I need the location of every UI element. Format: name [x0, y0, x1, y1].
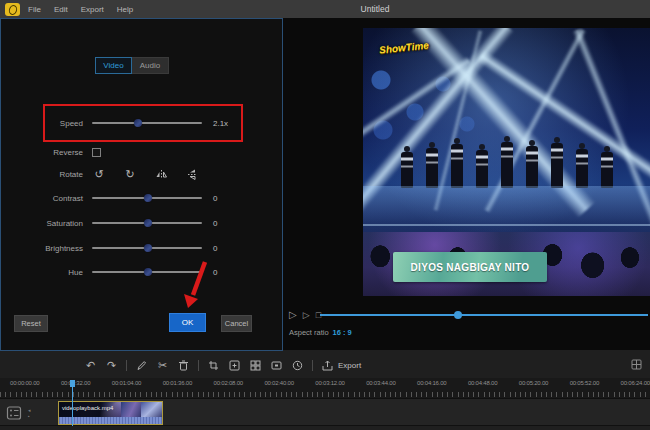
track-visibility-toggle[interactable]: ◂ [28, 408, 31, 413]
ruler-ticks [0, 392, 650, 397]
zoom-in-icon[interactable] [228, 359, 241, 372]
aspect-ratio: Aspect ratio16 : 9 [289, 328, 352, 337]
flip-horizontal-icon[interactable] [154, 167, 168, 181]
ruler-label: 00:02:08.00 [214, 380, 244, 386]
edit-icon[interactable] [135, 359, 148, 372]
ruler-label: 00:06:24.00 [621, 380, 650, 386]
track-lock-toggle[interactable]: ▪ [28, 414, 31, 419]
clip-audio-strip [59, 417, 162, 424]
app-logo-icon[interactable] [5, 3, 20, 16]
menu-bar: File Edit Export Help Untitled [0, 0, 650, 18]
ruler-label: 00:03:12.00 [315, 380, 345, 386]
export-icon[interactable] [321, 359, 334, 372]
track-header: ◂ ▪ [0, 399, 56, 427]
seek-handle[interactable] [454, 311, 462, 319]
aspect-ratio-label: Aspect ratio [289, 328, 329, 337]
seek-bar[interactable] [320, 314, 648, 316]
ruler-label: 00:00:00.00 [10, 380, 40, 386]
ruler-label: 00:04:16.00 [417, 380, 447, 386]
timeline-ruler[interactable]: 00:00:00.00 00:00:32.00 00:01:04.00 00:0… [0, 378, 650, 398]
timeline-section: ↶ ↷ ✂ [0, 350, 650, 430]
ruler-label: 00:04:48.00 [468, 380, 498, 386]
speed-value: 2.1x [213, 119, 228, 128]
properties-panel: Video Audio Speed 2.1x Reverse Rotate ↺ … [0, 18, 283, 351]
tab-audio[interactable]: Audio [132, 57, 169, 74]
speed-label: Speed [1, 119, 83, 128]
delete-trash-icon[interactable] [177, 359, 190, 372]
tab-video[interactable]: Video [95, 57, 132, 74]
next-frame-icon[interactable]: ▷ [303, 311, 310, 320]
menu-edit[interactable]: Edit [54, 5, 68, 14]
saturation-row: Saturation 0 [1, 216, 284, 230]
duration-clock-icon[interactable] [291, 359, 304, 372]
brightness-slider-thumb[interactable] [144, 244, 152, 252]
hue-row: Hue 0 [1, 265, 284, 279]
hue-value: 0 [213, 268, 217, 277]
app-window: File Edit Export Help Untitled Video Aud… [0, 0, 650, 430]
menu-file[interactable]: File [28, 5, 41, 14]
export-button[interactable]: Export [338, 361, 361, 370]
saturation-slider[interactable] [92, 222, 202, 224]
ruler-label: 00:03:44.00 [366, 380, 396, 386]
ruler-label: 00:01:36.00 [163, 380, 193, 386]
contrast-value: 0 [213, 194, 217, 203]
caption-banner: DIYOS NAGBIGAY NITO [393, 252, 547, 282]
ruler-label: 00:02:40.00 [264, 380, 294, 386]
contrast-row: Contrast 0 [1, 191, 284, 205]
rotate-label: Rotate [1, 170, 83, 179]
hue-slider-thumb[interactable] [144, 268, 152, 276]
undo-icon[interactable]: ↶ [84, 359, 97, 372]
redo-icon[interactable]: ↷ [105, 359, 118, 372]
cancel-button[interactable]: Cancel [221, 315, 252, 332]
reverse-checkbox[interactable] [92, 148, 101, 157]
timeline-toolbar: ↶ ↷ ✂ [0, 352, 650, 378]
watermark-icon[interactable] [270, 359, 283, 372]
rotate-row: Rotate ↺ ↻ [1, 166, 284, 182]
reset-button[interactable]: Reset [14, 315, 48, 332]
playback-controls: ▷ ▷ □ [289, 308, 321, 322]
ok-button[interactable]: OK [169, 313, 206, 332]
rotate-right-icon[interactable]: ↻ [123, 167, 137, 181]
filmstrip-icon [6, 405, 22, 421]
brightness-row: Brightness 0 [1, 241, 284, 255]
brightness-value: 0 [213, 244, 217, 253]
play-icon[interactable]: ▷ [289, 310, 297, 320]
flip-vertical-icon[interactable] [185, 167, 199, 181]
ruler-label: 00:01:04.00 [112, 380, 142, 386]
speed-slider[interactable] [92, 122, 202, 124]
video-track: ◂ ▪ videoplayback.mp4 [0, 398, 650, 426]
timeline-clip[interactable]: videoplayback.mp4 [58, 401, 163, 425]
clip-name: videoplayback.mp4 [59, 402, 162, 417]
hue-slider[interactable] [92, 271, 202, 273]
ruler-label: 00:05:20.00 [519, 380, 549, 386]
aspect-ratio-value: 16 : 9 [333, 328, 352, 337]
rotate-left-icon[interactable]: ↺ [92, 167, 106, 181]
contrast-label: Contrast [1, 194, 83, 203]
playhead-line [72, 387, 73, 426]
hue-label: Hue [1, 268, 83, 277]
saturation-label: Saturation [1, 219, 83, 228]
brightness-label: Brightness [1, 244, 83, 253]
saturation-slider-thumb[interactable] [144, 219, 152, 227]
brightness-slider[interactable] [92, 247, 202, 249]
contrast-slider-thumb[interactable] [144, 194, 152, 202]
reverse-label: Reverse [1, 148, 83, 157]
view-grid-icon[interactable] [630, 358, 643, 371]
video-frame: DIYOS NAGBIGAY NITO ShowTime [363, 28, 650, 296]
caption-text: DIYOS NAGBIGAY NITO [411, 262, 530, 273]
speed-row: Speed 2.1x [1, 116, 284, 130]
saturation-value: 0 [213, 219, 217, 228]
playhead-handle[interactable] [70, 380, 75, 387]
crop-icon[interactable] [207, 359, 220, 372]
speed-slider-thumb[interactable] [134, 119, 142, 127]
dancers [363, 128, 650, 188]
reverse-row: Reverse [1, 145, 284, 159]
window-title: Untitled [100, 4, 650, 14]
contrast-slider[interactable] [92, 197, 202, 199]
preview-panel: DIYOS NAGBIGAY NITO ShowTime ▷ ▷ □ Aspec… [283, 18, 650, 350]
media-tabs: Video Audio [95, 57, 169, 74]
ruler-label: 00:05:52.00 [570, 380, 600, 386]
ruler-label: 00:00:32.00 [61, 380, 91, 386]
mosaic-icon[interactable] [249, 359, 262, 372]
split-scissors-icon[interactable]: ✂ [156, 359, 169, 372]
